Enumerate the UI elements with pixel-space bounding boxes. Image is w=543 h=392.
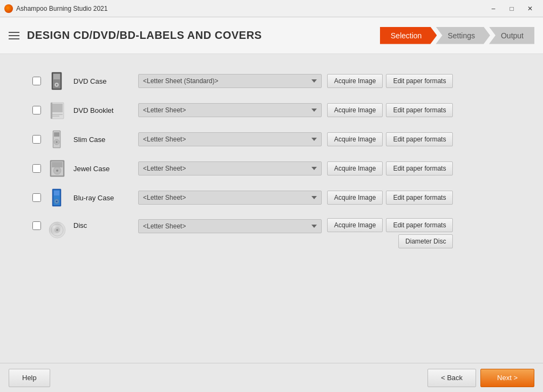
slim-case-dropdown[interactable]: <Letter Sheet> (138, 132, 322, 146)
svg-rect-19 (52, 162, 63, 167)
dvd-booklet-buttons: Acquire Image Edit paper formats (327, 103, 453, 117)
svg-rect-9 (51, 103, 52, 119)
disc-acquire-btn[interactable]: Acquire Image (327, 218, 383, 232)
footer-left: Help (9, 369, 50, 387)
dvd-case-icon (46, 70, 68, 92)
dvd-case-checkbox[interactable] (32, 77, 41, 85)
bluray-case-label: Blu-ray Case (73, 194, 133, 202)
svg-point-29 (49, 222, 65, 238)
bluray-case-dropdown[interactable]: <Letter Sheet> (138, 191, 322, 205)
app-icon (4, 4, 13, 13)
footer-right: < Back Next > (427, 369, 534, 387)
bluray-case-paper-btn[interactable]: Edit paper formats (386, 191, 453, 205)
svg-rect-14 (54, 132, 59, 137)
disc-buttons: Acquire Image Edit paper formats Diamete… (327, 218, 453, 248)
close-button[interactable]: ✕ (521, 2, 539, 15)
jewel-case-acquire-btn[interactable]: Acquire Image (327, 161, 383, 175)
disc-label: Disc (73, 221, 133, 229)
dvd-case-acquire-btn[interactable]: Acquire Image (327, 74, 383, 88)
list-item: Blu-ray Case <Letter Sheet> Acquire Imag… (32, 187, 511, 208)
wizard-step-selection: Selection (380, 27, 437, 44)
svg-rect-2 (53, 74, 60, 79)
wizard-step-output: Output (489, 27, 534, 44)
dvd-case-dropdown[interactable]: <Letter Sheet (Standard)> (138, 74, 322, 88)
app-title: Ashampoo Burning Studio 2021 (16, 5, 485, 12)
footer: Help < Back Next > (0, 363, 543, 392)
dvd-booklet-paper-btn[interactable]: Edit paper formats (386, 103, 453, 117)
hamburger-menu-icon[interactable] (9, 32, 19, 39)
slim-case-label: Slim Case (73, 136, 133, 144)
slim-case-buttons: Acquire Image Edit paper formats (327, 132, 453, 146)
svg-point-18 (56, 170, 58, 172)
list-item: Slim Case <Letter Sheet> Acquire Image E… (32, 129, 511, 150)
svg-point-4 (56, 84, 58, 86)
wizard-step-settings: Settings (436, 27, 490, 44)
disc-checkbox[interactable] (32, 221, 41, 230)
wizard-steps: Selection Settings Output (380, 27, 534, 44)
bluray-case-icon (46, 187, 68, 208)
dvd-booklet-acquire-btn[interactable]: Acquire Image (327, 103, 383, 117)
disc-dropdown[interactable]: <Letter Sheet> (138, 219, 322, 233)
dvd-booklet-icon (46, 99, 68, 121)
jewel-case-paper-btn[interactable]: Edit paper formats (386, 161, 453, 175)
dvd-booklet-label: DVD Booklet (73, 106, 133, 114)
jewel-case-checkbox[interactable] (32, 164, 41, 173)
slim-case-checkbox[interactable] (32, 135, 41, 144)
svg-rect-6 (52, 104, 63, 112)
back-button[interactable]: < Back (427, 369, 476, 387)
next-button[interactable]: Next > (480, 369, 534, 387)
page-title: DESIGN CD/DVD/BD-LABELS AND COVERS (27, 29, 380, 42)
disc-paper-btn[interactable]: Edit paper formats (386, 218, 453, 232)
dvd-booklet-checkbox[interactable] (32, 106, 41, 114)
svg-rect-22 (54, 191, 59, 195)
jewel-case-dropdown[interactable]: <Letter Sheet> (138, 161, 322, 175)
list-item: Disc <Letter Sheet> Acquire Image Edit p… (32, 216, 511, 248)
svg-point-24 (56, 201, 58, 202)
help-button[interactable]: Help (9, 369, 50, 387)
dvd-case-buttons: Acquire Image Edit paper formats (327, 74, 453, 88)
header: DESIGN CD/DVD/BD-LABELS AND COVERS Selec… (0, 17, 543, 54)
jewel-case-icon (46, 158, 68, 179)
list-item: DVD Case <Letter Sheet (Standard)> Acqui… (32, 70, 511, 92)
slim-case-acquire-btn[interactable]: Acquire Image (327, 132, 383, 146)
dvd-case-paper-btn[interactable]: Edit paper formats (386, 74, 453, 88)
maximize-button[interactable]: □ (503, 2, 520, 15)
main-content: DVD Case <Letter Sheet (Standard)> Acqui… (0, 54, 543, 363)
jewel-case-label: Jewel Case (73, 165, 133, 173)
jewel-case-buttons: Acquire Image Edit paper formats (327, 161, 453, 175)
disc-icon (46, 219, 68, 241)
dvd-case-label: DVD Case (73, 77, 133, 85)
bluray-case-checkbox[interactable] (32, 193, 41, 202)
list-item: DVD Booklet <Letter Sheet> Acquire Image… (32, 99, 511, 121)
list-item: Jewel Case <Letter Sheet> Acquire Image … (32, 158, 511, 179)
slim-case-icon (46, 129, 68, 150)
disc-diameter-btn[interactable]: Diameter Disc (398, 234, 453, 248)
bluray-case-buttons: Acquire Image Edit paper formats (327, 191, 453, 205)
bluray-case-acquire-btn[interactable]: Acquire Image (327, 191, 383, 205)
minimize-button[interactable]: – (485, 2, 502, 15)
svg-point-13 (56, 141, 58, 143)
title-bar: Ashampoo Burning Studio 2021 – □ ✕ (0, 0, 543, 17)
dvd-booklet-dropdown[interactable]: <Letter Sheet> (138, 103, 322, 117)
slim-case-paper-btn[interactable]: Edit paper formats (386, 132, 453, 146)
window-controls: – □ ✕ (485, 2, 539, 15)
